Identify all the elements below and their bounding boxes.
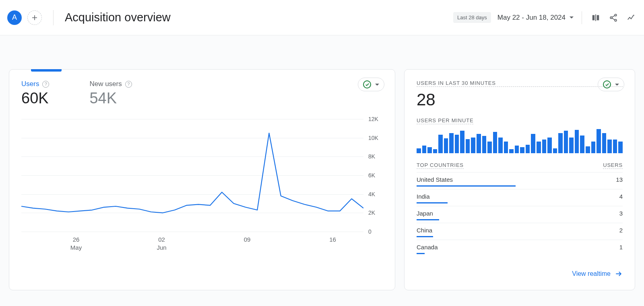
per-minute-bar	[597, 129, 601, 153]
per-minute-bar	[466, 139, 470, 153]
help-icon[interactable]: ?	[42, 81, 49, 88]
per-minute-bar	[433, 149, 438, 153]
per-minute-bar	[586, 146, 590, 153]
last-30-label: USERS IN LAST 30 MINUTES	[417, 80, 623, 87]
metric-new-users-value: 54K	[89, 90, 132, 107]
insights-sparkle-icon	[627, 13, 636, 22]
view-realtime-link[interactable]: View realtime	[572, 264, 623, 278]
per-minute-bar	[591, 142, 596, 153]
per-minute-bar	[547, 138, 552, 153]
x-axis-label: 26May	[70, 236, 82, 251]
per-minute-bar	[515, 146, 519, 153]
metric-users-value: 60K	[21, 90, 49, 107]
country-users: 3	[619, 210, 623, 217]
per-minute-bar	[504, 142, 508, 153]
chevron-down-icon	[615, 84, 619, 86]
divider	[53, 10, 54, 25]
country-name: Japan	[417, 210, 433, 217]
svg-rect-0	[592, 15, 595, 20]
per-minute-bar	[455, 135, 459, 153]
compare-button[interactable]	[590, 12, 601, 23]
per-minute-bar	[422, 146, 427, 153]
per-minute-bar	[493, 132, 497, 153]
metric-users[interactable]: Users ? 60K	[21, 80, 49, 107]
country-bar	[417, 202, 448, 203]
y-axis-label: 8K	[368, 153, 375, 160]
country-row: Canada1	[417, 240, 623, 257]
check-circle-icon	[603, 80, 611, 88]
insights-button[interactable]	[625, 12, 637, 23]
country-name: India	[417, 193, 430, 200]
per-minute-bar	[564, 131, 568, 153]
country-bar	[417, 185, 516, 187]
country-row: United States13	[417, 172, 623, 189]
top-countries-label: TOP COUNTRIES	[417, 162, 464, 169]
y-axis-label: 2K	[368, 209, 375, 216]
country-users: 4	[619, 193, 623, 200]
per-minute-bar-chart	[417, 129, 623, 153]
divider	[582, 11, 582, 24]
help-icon[interactable]: ?	[125, 81, 132, 88]
per-minute-bar	[417, 148, 421, 153]
active-tab-indicator	[31, 69, 62, 72]
card-status-menu[interactable]	[598, 78, 624, 91]
per-minute-bar	[482, 136, 487, 153]
y-axis-label: 12K	[368, 116, 378, 122]
chevron-down-icon	[375, 84, 379, 86]
per-minute-bar	[498, 138, 503, 153]
per-minute-bar	[569, 138, 574, 153]
per-minute-bar	[477, 134, 481, 153]
per-minute-bar	[558, 133, 563, 153]
y-axis-label: 0	[368, 228, 372, 235]
country-bar	[417, 236, 433, 237]
per-minute-bar	[542, 140, 547, 153]
per-minute-bar	[618, 142, 623, 153]
per-minute-bar	[520, 147, 524, 153]
per-minute-bar	[427, 147, 432, 153]
x-axis-label: 09	[244, 236, 251, 244]
per-minute-bar	[602, 133, 607, 153]
view-realtime-text: View realtime	[572, 270, 611, 277]
metric-new-users-label: New users	[89, 80, 122, 88]
card-status-menu[interactable]	[358, 78, 384, 91]
line-chart: 12K10K8K6K4K2K0 26May02Jun0916	[21, 119, 383, 256]
per-minute-bar	[607, 140, 612, 153]
per-minute-bar	[613, 140, 617, 153]
country-users: 2	[619, 227, 623, 234]
country-row: Japan3	[417, 206, 623, 223]
check-circle-icon	[363, 80, 371, 88]
per-minute-bar	[575, 130, 579, 153]
user-avatar[interactable]: A	[7, 10, 22, 25]
per-minute-bar	[526, 145, 530, 153]
compare-icon	[591, 13, 600, 22]
country-users: 13	[616, 176, 623, 183]
y-axis-label: 4K	[368, 191, 375, 197]
share-button[interactable]	[608, 12, 619, 23]
per-minute-bar	[438, 135, 443, 153]
users-chart-card: Users ? 60K New users ? 54K 12K10K8K6K4K…	[9, 69, 395, 290]
page-title: Acquisition overview	[65, 11, 171, 24]
date-preset-pill[interactable]: Last 28 days	[453, 12, 491, 23]
per-minute-bar	[553, 148, 557, 153]
country-users: 1	[619, 244, 623, 251]
x-axis-label: 02Jun	[157, 236, 166, 251]
per-minute-bar	[509, 149, 514, 153]
arrow-right-icon	[615, 270, 623, 278]
per-minute-bar	[471, 138, 475, 153]
metric-new-users[interactable]: New users ? 54K	[89, 80, 132, 107]
country-row: India4	[417, 189, 623, 206]
last-30-value: 28	[417, 90, 623, 109]
plus-icon	[31, 14, 38, 21]
y-axis-label: 6K	[368, 172, 375, 179]
country-bar	[417, 219, 439, 220]
chevron-down-icon	[570, 16, 574, 18]
add-button[interactable]	[27, 10, 42, 25]
per-minute-bar	[487, 142, 492, 153]
per-minute-bar	[449, 133, 454, 153]
date-range-picker[interactable]: May 22 - Jun 18, 2024	[497, 14, 574, 22]
users-column-label: USERS	[603, 162, 623, 169]
country-bar	[417, 253, 425, 254]
per-minute-bar	[580, 136, 584, 153]
page-header: A Acquisition overview Last 28 days May …	[0, 0, 644, 35]
svg-rect-1	[597, 15, 599, 20]
